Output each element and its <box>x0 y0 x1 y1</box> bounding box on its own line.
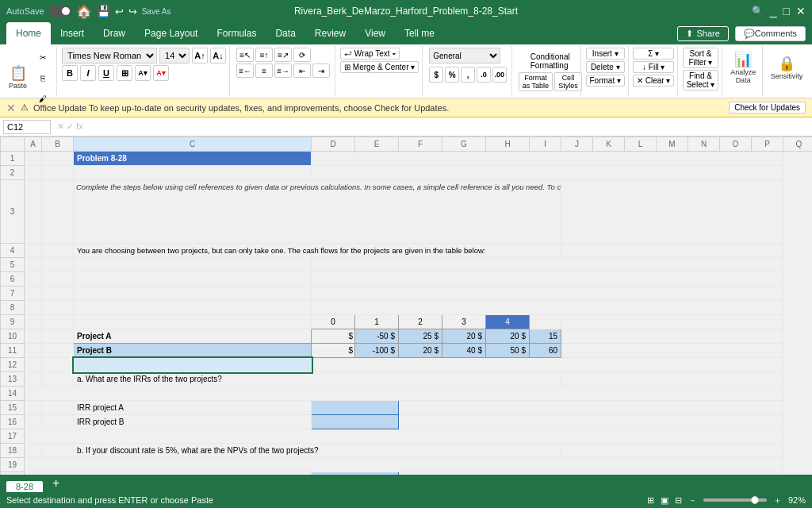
cell-A5[interactable] <box>25 258 42 272</box>
align-left-btn[interactable]: ≡← <box>236 64 254 78</box>
cell-B4[interactable] <box>42 244 74 258</box>
cell-A3[interactable] <box>25 180 42 244</box>
zoom-slider[interactable] <box>703 498 767 502</box>
info-close-btn[interactable]: ✕ <box>6 102 16 114</box>
cell-F10[interactable]: 25 $ <box>399 329 442 344</box>
tab-page-layout[interactable]: Page Layout <box>135 22 207 44</box>
page-break-icon[interactable]: ⊟ <box>675 495 682 506</box>
cell-B9[interactable] <box>42 315 74 329</box>
cell-H11[interactable]: 50 $ <box>486 344 530 358</box>
maximize-btn[interactable]: □ <box>783 5 790 17</box>
cell-A8[interactable] <box>25 301 42 315</box>
redo-icon[interactable]: ↪ <box>128 6 137 17</box>
increase-decimal-btn[interactable]: .00 <box>492 67 507 83</box>
delete-btn[interactable]: Delete ▾ <box>586 61 625 73</box>
comments-button[interactable]: 💬Comments <box>735 26 806 41</box>
cell-B15[interactable] <box>42 401 74 415</box>
col-header-C[interactable]: C <box>74 137 312 152</box>
grid-scroll[interactable]: A B C D E F G H I J K L M N O P Q <box>0 137 812 492</box>
orientation-btn[interactable]: ⟳ <box>293 48 311 62</box>
cell-C6[interactable] <box>74 272 312 287</box>
formula-input[interactable] <box>90 122 809 132</box>
cell-C7[interactable] <box>74 287 312 301</box>
increase-font-btn[interactable]: A↑ <box>192 48 208 64</box>
align-right-btn[interactable]: ≡→ <box>274 64 292 78</box>
cell-B6[interactable] <box>42 272 74 287</box>
save-icon[interactable]: 💾 <box>97 5 110 17</box>
cell-B16[interactable] <box>42 415 74 429</box>
underline-button[interactable]: U <box>98 65 114 81</box>
check-updates-btn[interactable]: Check for Updates <box>729 102 806 114</box>
col-header-Q[interactable]: Q <box>783 137 813 152</box>
cell-C13[interactable]: a. What are the IRRs of the two projects… <box>74 372 561 387</box>
cell-F11[interactable]: 20 $ <box>399 344 442 358</box>
wrap-text-button[interactable]: ⮐ Wrap Text ▾ <box>340 48 400 60</box>
cell-A16[interactable] <box>25 415 42 429</box>
insert-btn[interactable]: Insert ▾ <box>586 48 625 60</box>
col-header-K[interactable]: K <box>593 137 625 152</box>
align-top-center-btn[interactable]: ≡↑ <box>255 48 273 62</box>
cell-H10[interactable]: 20 $ <box>486 329 530 344</box>
cell-A18[interactable] <box>25 444 42 458</box>
col-header-L[interactable]: L <box>625 137 657 152</box>
cell-H9[interactable]: 4 <box>486 315 530 329</box>
add-sheet-btn[interactable]: + <box>46 475 66 492</box>
cell-B1[interactable] <box>42 152 74 166</box>
share-button[interactable]: ⬆Share <box>677 26 728 41</box>
decrease-decimal-btn[interactable]: .0 <box>477 67 491 83</box>
cell-G11[interactable]: 40 $ <box>442 344 486 358</box>
col-header-D[interactable]: D <box>312 137 355 152</box>
fill-color-button[interactable]: A▾ <box>135 65 151 81</box>
cell-DE15[interactable] <box>312 401 399 415</box>
cell-B8[interactable] <box>42 301 74 315</box>
col-header-P[interactable]: P <box>752 137 783 152</box>
tab-review[interactable]: Review <box>305 22 355 44</box>
sensitivity-btn[interactable]: 🔒 Sensitivity <box>768 48 806 89</box>
page-layout-icon[interactable]: ▣ <box>661 495 668 506</box>
autosave-toggle[interactable] <box>49 6 71 17</box>
tab-insert[interactable]: Insert <box>51 22 94 44</box>
col-header-A[interactable]: A <box>25 137 42 152</box>
cell-G10[interactable]: 20 $ <box>442 329 486 344</box>
save-as-label[interactable]: Save As <box>142 7 171 16</box>
cell-C12[interactable] <box>74 358 312 372</box>
cell-E9[interactable]: 1 <box>355 315 399 329</box>
analyze-data-btn[interactable]: 📊 AnalyzeData <box>727 48 759 89</box>
cell-styles-btn[interactable]: CellStyles <box>554 72 582 91</box>
decrease-font-btn[interactable]: A↓ <box>210 48 226 64</box>
close-btn[interactable]: ✕ <box>796 5 806 17</box>
cell-C16[interactable]: IRR project B <box>74 415 312 429</box>
cell-C5[interactable] <box>74 258 312 272</box>
undo-icon[interactable]: ↩ <box>115 6 124 17</box>
border-button[interactable]: ⊞ <box>117 65 132 81</box>
indent-increase-btn[interactable]: ⇥ <box>312 64 330 78</box>
cell-C18[interactable]: b. If your discount rate is 5%, what are… <box>74 444 561 458</box>
fill-btn[interactable]: ↓ Fill ▾ <box>633 61 674 73</box>
tab-home[interactable]: Home <box>6 22 51 44</box>
zoom-increase-btn[interactable]: ＋ <box>773 495 782 506</box>
cell-B11[interactable] <box>42 344 74 358</box>
cell-C4[interactable]: You are choosing between two projects, b… <box>74 244 561 258</box>
cell-C11[interactable]: Project B <box>74 344 312 358</box>
tab-tell-me[interactable]: Tell me <box>395 22 444 44</box>
cell-A2[interactable] <box>25 166 42 180</box>
cell-A4[interactable] <box>25 244 42 258</box>
cell-D9[interactable]: 0 <box>312 315 355 329</box>
percent-btn[interactable]: % <box>445 67 459 83</box>
cell-B2[interactable] <box>42 166 74 180</box>
format-as-table-btn[interactable]: Formatas Table <box>519 72 553 91</box>
cell-F9[interactable]: 2 <box>399 315 442 329</box>
cell-B13[interactable] <box>42 372 74 387</box>
currency-btn[interactable]: $ <box>429 67 443 83</box>
cell-D10-dollar[interactable]: $ <box>312 329 355 344</box>
format-btn[interactable]: Format ▾ <box>586 75 625 87</box>
cell-D11[interactable]: $ <box>312 344 355 358</box>
font-color-button[interactable]: A▾ <box>153 65 169 81</box>
cell-DE16[interactable] <box>312 415 399 429</box>
search-icon[interactable]: 🔍 <box>752 6 764 17</box>
cell-A12[interactable] <box>25 358 42 372</box>
zoom-decrease-btn[interactable]: － <box>688 495 697 506</box>
find-select-btn[interactable]: Find &Select ▾ <box>683 70 719 90</box>
paste-button[interactable]: 📋 Paste <box>6 57 30 98</box>
comma-btn[interactable]: , <box>461 67 475 83</box>
